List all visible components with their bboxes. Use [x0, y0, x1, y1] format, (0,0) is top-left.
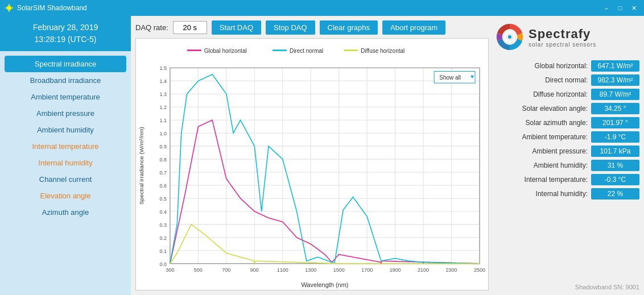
svg-text:1.2: 1.2	[159, 105, 166, 110]
close-button[interactable]: ✕	[628, 3, 639, 13]
spectral-chart: 0.00.10.20.30.40.50.60.70.80.91.01.11.21…	[136, 39, 488, 290]
logo-area: Spectrafy solar spectral sensors	[496, 20, 639, 53]
sidebar: February 28, 2019 13:28:19 (UTC-5) Spect…	[0, 16, 131, 295]
svg-text:1900: 1900	[390, 267, 401, 273]
svg-text:1500: 1500	[333, 267, 345, 273]
serial-number: Shadowband SN: 9001	[496, 281, 639, 290]
data-value-7: 31 %	[591, 160, 639, 171]
sidebar-nav: Spectral irradianceBroadband irradianceA…	[0, 51, 131, 225]
svg-text:0.8: 0.8	[159, 157, 166, 163]
data-row-8: Internal temperature:-0.3 °C	[496, 174, 639, 185]
data-row-5: Ambient temperature:-1.9 °C	[496, 131, 639, 143]
data-value-9: 22 %	[591, 188, 639, 200]
start-daq-button[interactable]: Start DAQ	[212, 20, 261, 35]
sidebar-item-ambient-pressure[interactable]: Ambient pressure	[0, 105, 131, 122]
svg-text:Spectral irradiance (W/m²/nm): Spectral irradiance (W/m²/nm)	[138, 127, 145, 205]
svg-text:Show all: Show all	[439, 74, 461, 81]
svg-text:1100: 1100	[277, 267, 288, 273]
svg-text:Global horizontal: Global horizontal	[204, 48, 247, 54]
toolbar: DAQ rate: Start DAQ Stop DAQ Clear graph…	[135, 20, 489, 35]
title-bar-left: SolarSIM Shadowband	[5, 3, 87, 13]
logo-text: Spectrafy solar spectral sensors	[529, 27, 596, 48]
data-row-1: Direct normal:982.3 W/m²	[496, 74, 639, 86]
data-value-0: 647.1 W/m²	[591, 60, 639, 72]
svg-text:1.1: 1.1	[159, 118, 166, 123]
data-value-1: 982.3 W/m²	[591, 74, 639, 86]
chart-container: 0.00.10.20.30.40.50.60.70.80.91.01.11.21…	[135, 38, 489, 290]
svg-text:0.9: 0.9	[159, 144, 166, 149]
maximize-button[interactable]: □	[614, 3, 626, 13]
svg-text:1.3: 1.3	[159, 92, 166, 97]
window-controls: – □ ✕	[601, 3, 639, 13]
sidebar-item-internal-temperature[interactable]: Internal temperature	[0, 138, 131, 155]
svg-text:0.6: 0.6	[159, 183, 166, 189]
sidebar-item-broadband-irradiance[interactable]: Broadband irradiance	[0, 72, 131, 89]
spectrafy-logo-icon	[496, 23, 524, 51]
data-rows: Global horizontal:647.1 W/m²Direct norma…	[496, 60, 639, 200]
svg-text:0.4: 0.4	[159, 209, 166, 215]
svg-text:1.5: 1.5	[159, 65, 166, 71]
data-label-3: Solar elevation angle:	[496, 105, 588, 113]
data-row-0: Global horizontal:647.1 W/m²	[496, 60, 639, 72]
sidebar-item-ambient-temperature[interactable]: Ambient temperature	[0, 89, 131, 105]
stop-daq-button[interactable]: Stop DAQ	[266, 20, 315, 35]
sidebar-item-spectral-irradiance[interactable]: Spectral irradiance	[5, 56, 126, 72]
svg-point-73	[508, 35, 511, 39]
sidebar-item-ambient-humidity[interactable]: Ambient humidity	[0, 122, 131, 138]
svg-rect-2	[170, 68, 480, 263]
data-label-8: Internal temperature:	[496, 176, 588, 184]
minimize-button[interactable]: –	[601, 3, 612, 13]
svg-text:2100: 2100	[418, 267, 429, 273]
data-value-2: 89.7 W/m²	[591, 89, 639, 100]
data-value-8: -0.3 °C	[591, 174, 639, 185]
svg-text:0.3: 0.3	[159, 222, 166, 228]
data-label-9: Internal humidity:	[496, 190, 588, 198]
daq-label: DAQ rate:	[135, 23, 168, 32]
data-label-2: Diffuse horizontal:	[496, 90, 588, 98]
data-value-4: 201.97 °	[591, 117, 639, 128]
app-title: SolarSIM Shadowband	[17, 4, 87, 12]
data-row-2: Diffuse horizontal:89.7 W/m²	[496, 89, 639, 100]
svg-text:1.4: 1.4	[159, 78, 166, 84]
data-label-6: Ambient pressure:	[496, 147, 588, 155]
abort-program-button[interactable]: Abort program	[382, 20, 445, 35]
date-display: February 28, 2019	[5, 22, 126, 34]
data-row-7: Ambient humidity:31 %	[496, 160, 639, 171]
time-display: 13:28:19 (UTC-5)	[5, 34, 126, 45]
svg-text:0.7: 0.7	[159, 170, 166, 176]
svg-text:0.2: 0.2	[159, 235, 166, 241]
logo-sub: solar spectral sensors	[529, 41, 596, 48]
data-label-0: Global horizontal:	[496, 62, 588, 70]
svg-text:Diffuse horizontal: Diffuse horizontal	[361, 48, 404, 54]
data-row-3: Solar elevation angle:34.25 °	[496, 103, 639, 114]
data-row-6: Ambient pressure:101.7 kPa	[496, 146, 639, 157]
daq-rate-input[interactable]	[173, 21, 207, 34]
sidebar-item-elevation-angle[interactable]: Elevation angle	[0, 188, 131, 204]
data-value-6: 101.7 kPa	[591, 146, 639, 157]
svg-text:900: 900	[250, 267, 259, 273]
clear-graphs-button[interactable]: Clear graphs	[320, 20, 378, 35]
center-panel: DAQ rate: Start DAQ Stop DAQ Clear graph…	[131, 16, 493, 295]
svg-text:0.0: 0.0	[159, 261, 166, 267]
svg-text:300: 300	[166, 267, 174, 273]
main-content: February 28, 2019 13:28:19 (UTC-5) Spect…	[0, 16, 644, 295]
data-row-4: Solar azimuth angle:201.97 °	[496, 117, 639, 128]
svg-text:1.0: 1.0	[159, 131, 166, 136]
svg-text:0.1: 0.1	[159, 248, 166, 254]
logo-name: Spectrafy	[529, 27, 596, 41]
data-label-1: Direct normal:	[496, 76, 588, 84]
right-panel: Spectrafy solar spectral sensors Global …	[493, 16, 644, 295]
data-label-5: Ambient temperature:	[496, 133, 588, 141]
sidebar-item-azimuth-angle[interactable]: Azimuth angle	[0, 204, 131, 221]
sidebar-item-internal-humidity[interactable]: Internal humidity	[0, 155, 131, 171]
sidebar-item-channel-current[interactable]: Channel current	[0, 171, 131, 188]
svg-point-1	[7, 6, 11, 10]
svg-text:2500: 2500	[474, 267, 485, 273]
data-value-3: 34.25 °	[591, 103, 639, 114]
svg-text:Direct normal: Direct normal	[290, 48, 323, 54]
data-label-7: Ambient humidity:	[496, 161, 588, 169]
svg-text:700: 700	[222, 267, 230, 273]
svg-text:2300: 2300	[446, 267, 457, 273]
svg-text:0.5: 0.5	[159, 196, 166, 202]
datetime-display: February 28, 2019 13:28:19 (UTC-5)	[0, 16, 131, 51]
